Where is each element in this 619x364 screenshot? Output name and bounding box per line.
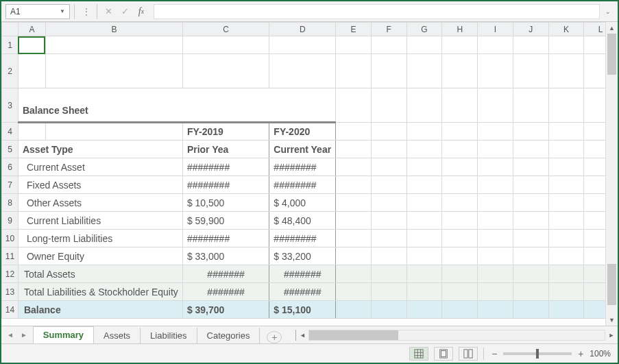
row-header[interactable]: 8 xyxy=(2,194,19,212)
balance-current[interactable]: $ 15,100 xyxy=(269,301,336,319)
sheet-tab[interactable]: Categories xyxy=(197,328,260,343)
row-header[interactable]: 12 xyxy=(2,265,19,283)
chevron-down-icon[interactable]: ▼ xyxy=(60,8,65,14)
name-box[interactable]: A1 ▼ xyxy=(5,4,70,19)
column-header[interactable]: A xyxy=(18,23,45,36)
line-label[interactable]: Fixed Assets xyxy=(18,176,182,194)
scroll-up-icon[interactable]: ▲ xyxy=(606,22,618,34)
sheet-tab[interactable]: Liabilities xyxy=(141,328,197,343)
cell[interactable] xyxy=(478,176,513,194)
total-current[interactable]: ####### xyxy=(269,265,336,283)
cell[interactable] xyxy=(18,54,45,88)
cell[interactable] xyxy=(478,230,513,247)
line-current[interactable]: $ 33,200 xyxy=(269,247,336,265)
cell[interactable] xyxy=(513,230,548,247)
cell[interactable] xyxy=(513,247,548,265)
cell[interactable] xyxy=(513,194,548,212)
cell[interactable] xyxy=(478,158,513,176)
cell[interactable] xyxy=(406,265,442,283)
cell[interactable] xyxy=(513,54,548,88)
cell[interactable] xyxy=(513,176,548,194)
cell[interactable] xyxy=(513,36,548,54)
cell[interactable] xyxy=(336,212,372,230)
cell[interactable] xyxy=(336,230,372,247)
cell[interactable] xyxy=(406,88,442,123)
row-header[interactable]: 2 xyxy=(2,54,19,88)
column-header[interactable]: J xyxy=(513,23,548,36)
row-header[interactable]: 1 xyxy=(2,36,19,54)
row-header[interactable]: 9 xyxy=(2,212,19,230)
cell[interactable] xyxy=(478,212,513,230)
cell[interactable] xyxy=(336,54,372,88)
column-header[interactable]: C xyxy=(182,23,269,36)
cell[interactable] xyxy=(406,158,442,176)
horizontal-scrollbar[interactable]: ◄ ► xyxy=(295,330,618,341)
cell[interactable] xyxy=(336,36,372,54)
cell[interactable] xyxy=(513,158,548,176)
cell[interactable] xyxy=(45,36,182,54)
cell[interactable] xyxy=(513,265,548,283)
cell[interactable] xyxy=(406,194,442,212)
cell[interactable] xyxy=(406,54,442,88)
cell[interactable] xyxy=(371,141,406,158)
cell[interactable] xyxy=(371,265,406,283)
cell[interactable] xyxy=(478,194,513,212)
cell[interactable] xyxy=(478,265,513,283)
cell[interactable] xyxy=(371,158,406,176)
cell[interactable] xyxy=(336,176,372,194)
cell[interactable] xyxy=(548,54,584,88)
current-year-header[interactable]: Current Year xyxy=(269,141,336,158)
cell[interactable] xyxy=(371,54,406,88)
cell[interactable] xyxy=(336,265,372,283)
cell[interactable] xyxy=(182,36,269,54)
cell[interactable] xyxy=(371,88,406,123)
column-header[interactable]: F xyxy=(371,23,406,36)
cell[interactable] xyxy=(442,123,478,141)
line-label[interactable]: Current Asset xyxy=(18,158,182,176)
row-header[interactable]: 6 xyxy=(2,158,19,176)
horizontal-scrollbar-thumb[interactable] xyxy=(309,330,398,340)
cell[interactable] xyxy=(442,247,478,265)
cell[interactable] xyxy=(336,88,372,123)
vertical-scrollbar-thumb[interactable] xyxy=(607,34,616,75)
balance-label[interactable]: Balance xyxy=(18,301,182,319)
expand-formula-icon[interactable]: ⌄ xyxy=(603,8,614,15)
line-label[interactable]: Other Assets xyxy=(18,194,182,212)
column-header[interactable]: G xyxy=(406,23,442,36)
line-prior[interactable]: ######## xyxy=(182,158,269,176)
cell[interactable] xyxy=(548,36,584,54)
cell-A1[interactable] xyxy=(18,36,45,54)
cell[interactable] xyxy=(513,283,548,301)
cell[interactable] xyxy=(371,176,406,194)
cell[interactable] xyxy=(442,230,478,247)
cell[interactable] xyxy=(442,176,478,194)
cell[interactable] xyxy=(336,301,372,319)
cell[interactable] xyxy=(406,283,442,301)
row-header[interactable]: 4 xyxy=(2,123,19,141)
cell[interactable] xyxy=(371,301,406,319)
cell[interactable] xyxy=(336,194,372,212)
view-normal-button[interactable] xyxy=(409,347,428,361)
cell[interactable] xyxy=(548,230,584,247)
cell[interactable] xyxy=(478,123,513,141)
cell[interactable] xyxy=(442,88,478,123)
line-prior[interactable]: ######## xyxy=(182,230,269,247)
cell[interactable] xyxy=(269,54,336,88)
cell[interactable] xyxy=(45,54,182,88)
cell[interactable] xyxy=(548,176,584,194)
line-prior[interactable]: $ 10,500 xyxy=(182,194,269,212)
cell[interactable] xyxy=(406,301,442,319)
line-label[interactable]: Long-term Liabilities xyxy=(18,230,182,247)
cancel-icon[interactable]: ✕ xyxy=(101,5,115,19)
add-sheet-button[interactable]: + xyxy=(267,331,282,343)
line-current[interactable]: ######## xyxy=(269,158,336,176)
cell[interactable] xyxy=(371,36,406,54)
prior-year-header[interactable]: Prior Yea xyxy=(182,141,269,158)
cell[interactable] xyxy=(371,194,406,212)
cell[interactable] xyxy=(371,230,406,247)
cell[interactable] xyxy=(548,247,584,265)
cell[interactable] xyxy=(478,247,513,265)
cell[interactable] xyxy=(513,212,548,230)
row-header[interactable]: 5 xyxy=(2,141,19,158)
total-label[interactable]: Total Assets xyxy=(18,265,182,283)
